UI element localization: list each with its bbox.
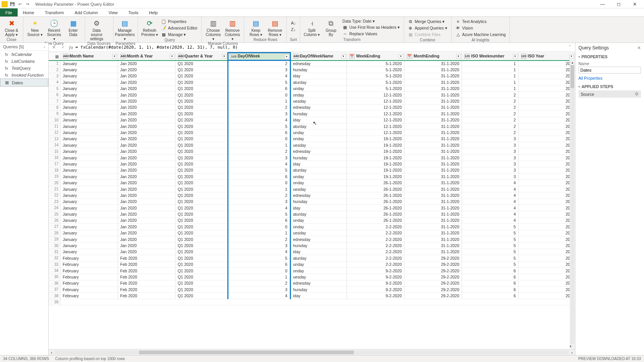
- cell[interactable]: 2-2-2020: [347, 242, 404, 249]
- filter-dropdown-icon[interactable]: ▾: [341, 54, 346, 59]
- cell[interactable]: 31-1-2020: [404, 154, 462, 161]
- properties-button[interactable]: 📋Properties: [159, 18, 199, 25]
- cell[interactable]: January: [60, 92, 118, 98]
- cell[interactable]: January: [60, 192, 118, 198]
- data-grid[interactable]: ▦ABCMonth Name▾ABCMonth & Year▾ABCQuarte…: [49, 52, 575, 349]
- cell[interactable]: Jan 2020: [118, 236, 175, 242]
- cell[interactable]: Feb 2020: [118, 287, 175, 293]
- cell[interactable]: 202: [518, 211, 575, 217]
- cell[interactable]: 26-1-2020: [347, 211, 404, 217]
- cell[interactable]: January: [60, 180, 118, 186]
- row-number[interactable]: 5: [49, 85, 60, 92]
- cell[interactable]: Q1 2020: [175, 242, 228, 249]
- table-row[interactable]: 30JanuaryJan 2020Q1 20203hursday2-2-2020…: [49, 242, 575, 249]
- formula-accept-icon[interactable]: ✓: [59, 44, 66, 51]
- cell[interactable]: Jan 2020: [118, 73, 175, 79]
- cell[interactable]: Jan 2020: [118, 111, 175, 117]
- cell[interactable]: 31-1-2020: [404, 192, 462, 198]
- column-header-iso-weeknumber[interactable]: 123ISO Weeknumber▾: [462, 53, 519, 61]
- cell[interactable]: 5: [462, 261, 519, 267]
- cell[interactable]: 202: [518, 205, 575, 211]
- table-row[interactable]: 27JanuaryJan 2020Q1 20200onday2-2-202031…: [49, 224, 575, 230]
- row-number[interactable]: 27: [49, 224, 60, 230]
- query-item-invoked function[interactable]: fxInvoked Function: [0, 72, 48, 79]
- cell[interactable]: 202: [518, 67, 575, 73]
- table-row[interactable]: 24JanuaryJan 2020Q1 20204iday26-1-202031…: [49, 205, 575, 211]
- cell[interactable]: 202: [518, 85, 575, 92]
- table-row[interactable]: 28JanuaryJan 2020Q1 20201uesday2-2-20203…: [49, 230, 575, 236]
- column-header-month-&-year[interactable]: ABCMonth & Year▾: [118, 53, 175, 61]
- cell[interactable]: iday: [290, 249, 347, 255]
- cell[interactable]: 1: [462, 73, 519, 79]
- cell[interactable]: 2: [462, 98, 519, 104]
- cell[interactable]: 26-1-2020: [347, 205, 404, 211]
- cell[interactable]: Jan 2020: [118, 148, 175, 154]
- cell[interactable]: 19-1-2020: [347, 174, 404, 180]
- row-number[interactable]: 10: [49, 117, 60, 123]
- cell[interactable]: 3: [462, 148, 519, 154]
- row-number[interactable]: 38: [49, 293, 60, 299]
- cell[interactable]: February: [60, 255, 118, 261]
- cell[interactable]: 5-1-2020: [347, 61, 404, 67]
- cell[interactable]: 202: [518, 117, 575, 123]
- close-settings-icon[interactable]: ✕: [637, 45, 641, 51]
- type-icon[interactable]: 📅: [407, 54, 412, 59]
- cell[interactable]: hursday: [290, 154, 347, 161]
- cell[interactable]: Jan 2020: [118, 104, 175, 110]
- row-number[interactable]: 14: [49, 142, 60, 148]
- cell[interactable]: 3: [462, 142, 519, 148]
- cell[interactable]: 6: [228, 261, 291, 267]
- cell[interactable]: 19-1-2020: [347, 154, 404, 161]
- cell[interactable]: Feb 2020: [118, 280, 175, 286]
- scroll-up-icon[interactable]: ▴: [570, 60, 575, 65]
- cell[interactable]: Jan 2020: [118, 85, 175, 92]
- cell[interactable]: Jan 2020: [118, 180, 175, 186]
- cell[interactable]: Q1 2020: [175, 129, 228, 136]
- cell[interactable]: Jan 2020: [118, 174, 175, 180]
- type-icon[interactable]: ABC: [63, 54, 68, 59]
- vision-button[interactable]: 👁Vision: [454, 25, 508, 31]
- cell[interactable]: Q1 2020: [175, 180, 228, 186]
- cell[interactable]: January: [60, 73, 118, 79]
- cell[interactable]: Q1 2020: [175, 236, 228, 242]
- cell[interactable]: 31-1-2020: [404, 236, 462, 242]
- cell[interactable]: Jan 2020: [118, 192, 175, 198]
- cell[interactable]: 5: [228, 167, 291, 173]
- column-header-quarter-&-year[interactable]: ABCQuarter & Year▾: [175, 53, 228, 61]
- cell[interactable]: 31-1-2020: [404, 142, 462, 148]
- cell[interactable]: 202: [518, 79, 575, 85]
- cell[interactable]: Q1 2020: [175, 205, 228, 211]
- cell[interactable]: February: [60, 267, 118, 274]
- cell[interactable]: February: [60, 274, 118, 280]
- cell[interactable]: Jan 2020: [118, 136, 175, 142]
- cell[interactable]: uesday: [290, 142, 347, 148]
- cell[interactable]: Q1 2020: [175, 117, 228, 123]
- cell[interactable]: 202: [518, 293, 575, 299]
- cell[interactable]: 6: [228, 217, 291, 223]
- cell[interactable]: January: [60, 148, 118, 154]
- tab-home[interactable]: Home: [18, 8, 39, 16]
- row-number[interactable]: 32: [49, 255, 60, 261]
- cell[interactable]: January: [60, 249, 118, 255]
- cell[interactable]: 31-1-2020: [404, 198, 462, 205]
- new-source-button[interactable]: ✴NewSource ▾: [26, 18, 44, 37]
- column-header-dayofweekname[interactable]: ABCDayOfWeekName▾: [290, 53, 347, 61]
- table-row[interactable]: 12JanuaryJan 2020Q1 20206unday12-1-20203…: [49, 129, 575, 136]
- cell[interactable]: 29-2-2020: [404, 280, 462, 286]
- query-name-input[interactable]: [578, 67, 641, 74]
- cell[interactable]: Jan 2020: [118, 161, 175, 167]
- cell[interactable]: Jan 2020: [118, 98, 175, 104]
- cell[interactable]: 4: [462, 205, 519, 211]
- filter-dropdown-icon[interactable]: ▾: [399, 54, 403, 59]
- cell[interactable]: 5-1-2020: [347, 85, 404, 92]
- table-row[interactable]: 25JanuaryJan 2020Q1 20205aturday26-1-202…: [49, 211, 575, 217]
- cell[interactable]: Q1 2020: [175, 224, 228, 230]
- filter-dropdown-icon[interactable]: ▾: [456, 54, 461, 59]
- cell[interactable]: Q1 2020: [175, 104, 228, 110]
- advanced-editor-button[interactable]: 📝Advanced Editor: [159, 25, 199, 31]
- cell[interactable]: January: [60, 111, 118, 117]
- cell[interactable]: 0: [228, 136, 291, 142]
- cell[interactable]: 1: [228, 142, 291, 148]
- vertical-scrollbar[interactable]: ▴ ▾: [570, 60, 575, 349]
- cell[interactable]: 6: [462, 293, 519, 299]
